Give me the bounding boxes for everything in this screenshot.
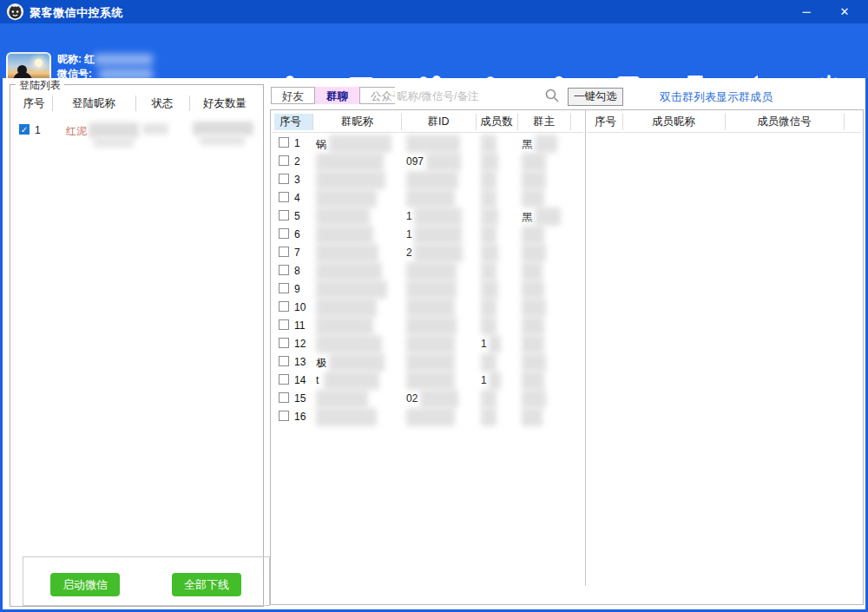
search-icon[interactable]: [545, 89, 559, 102]
redacted-friend-count: [193, 122, 253, 135]
redacted-cell: [316, 299, 377, 317]
search-input[interactable]: [395, 87, 544, 106]
group-row-number: 10: [294, 301, 306, 313]
group-row-checkbox[interactable]: [279, 192, 289, 202]
main-tabs: 好友群聊公众号: [271, 87, 415, 106]
group-table-row[interactable]: 8: [271, 262, 583, 280]
login-row-checkbox[interactable]: ✓: [19, 124, 30, 135]
group-row-checkbox[interactable]: [279, 411, 289, 421]
tab-群聊[interactable]: 群聊: [315, 87, 359, 104]
group-table-row[interactable]: 11: [271, 317, 583, 335]
redacted-cell: [316, 171, 385, 189]
redacted-cell: [316, 262, 382, 280]
visible-fragment: 锅: [316, 137, 326, 152]
redacted-cell: [316, 390, 368, 408]
group-row-number: 4: [294, 192, 300, 204]
group-table-row[interactable]: 15 02: [271, 390, 583, 408]
group-table-row[interactable]: 16: [271, 408, 583, 426]
visible-fragment: 极: [316, 356, 326, 371]
group-table-row[interactable]: 12 1: [271, 335, 583, 353]
redacted-cell: [522, 299, 546, 317]
group-table-row[interactable]: 13 极: [271, 353, 583, 372]
avatar-sun: [35, 59, 43, 67]
group-row-checkbox[interactable]: [279, 392, 289, 403]
redacted-cell: [535, 135, 557, 153]
all-offline-button[interactable]: 全部下线: [172, 573, 241, 596]
redacted-cell: [481, 317, 496, 335]
redacted-cell: [481, 135, 496, 153]
group-row-checkbox[interactable]: [279, 210, 289, 220]
group-row-number: 12: [294, 338, 306, 350]
redacted-cell: [406, 408, 455, 426]
visible-fragment: 097: [406, 155, 424, 168]
group-row-checkbox[interactable]: [279, 265, 289, 275]
group-table-row[interactable]: 6 1: [271, 226, 583, 244]
group-table-row[interactable]: 9: [271, 280, 583, 299]
redacted-cell: [535, 207, 561, 226]
group-row-number: 7: [294, 247, 300, 259]
group-table-row[interactable]: 7 2: [271, 244, 583, 262]
minimize-button[interactable]: ─: [790, 0, 823, 23]
tab-好友[interactable]: 好友: [271, 87, 315, 104]
redacted-cell: [481, 226, 496, 244]
group-row-number: 16: [294, 411, 306, 423]
group-table-row[interactable]: 4: [271, 189, 583, 207]
content-area: 登陆列表 序号登陆昵称状态好友数量 ✓ 1 红泥 启动微信 全部下线 好友群聊公…: [0, 78, 868, 612]
redacted-cell: [522, 280, 544, 299]
redacted-cell: [481, 244, 498, 262]
login-actions-box: 启动微信 全部下线: [23, 556, 270, 606]
redacted-cell: [522, 244, 546, 262]
group-row-checkbox[interactable]: [279, 174, 289, 184]
group-row-checkbox[interactable]: [279, 319, 289, 330]
group-column-header: 成员数: [476, 114, 518, 130]
redacted-cell: [489, 335, 501, 353]
select-all-button[interactable]: 一键勾选: [568, 88, 623, 106]
group-row-checkbox[interactable]: [279, 356, 289, 366]
visible-fragment: 黑: [522, 137, 532, 152]
redacted-cell: [329, 135, 391, 153]
group-table-row[interactable]: 1 锅黑: [271, 135, 583, 153]
group-table-row[interactable]: 14 t1: [271, 372, 583, 390]
redacted-cell: [481, 189, 496, 207]
group-row-number: 1: [294, 137, 300, 149]
group-row-checkbox[interactable]: [279, 301, 289, 312]
member-column-header: 成员昵称: [622, 114, 726, 130]
group-row-checkbox[interactable]: [279, 137, 289, 148]
close-button[interactable]: ✕: [828, 0, 861, 23]
redacted-cell: [324, 372, 379, 390]
login-row-number: 1: [35, 124, 41, 136]
redacted-cell: [406, 372, 455, 390]
redacted-cell: [406, 135, 460, 153]
group-table-row[interactable]: 10: [271, 299, 583, 317]
redacted-cell: [316, 335, 382, 353]
redacted-cell: [406, 262, 457, 280]
redacted-cell: [522, 372, 544, 390]
redacted-cell: [481, 207, 498, 226]
redacted-cell: [481, 153, 498, 171]
group-table-row[interactable]: 3: [271, 171, 583, 189]
show-members-hint-link[interactable]: 双击群列表显示群成员: [660, 89, 773, 105]
group-table-row[interactable]: 5 1黑: [271, 207, 583, 226]
redacted-cell: [420, 390, 458, 408]
redacted-cell: [481, 299, 496, 317]
visible-fragment: 1: [481, 374, 487, 386]
group-row-number: 3: [294, 174, 300, 186]
group-row-checkbox[interactable]: [279, 155, 289, 166]
start-wechat-button[interactable]: 启动微信: [50, 573, 120, 596]
group-row-checkbox[interactable]: [279, 247, 289, 257]
redacted-cell: [522, 226, 544, 244]
group-row-checkbox[interactable]: [279, 228, 289, 239]
redacted-cell: [316, 280, 387, 299]
group-row-checkbox[interactable]: [279, 374, 289, 385]
group-row-checkbox[interactable]: [279, 338, 289, 348]
login-column-header: 序号: [16, 95, 53, 111]
redacted-cell: [316, 153, 384, 171]
login-row[interactable]: ✓ 1 红泥: [10, 122, 263, 140]
group-row-checkbox[interactable]: [279, 283, 289, 293]
group-column-header: 序号: [274, 114, 313, 130]
group-column-header: 群ID: [401, 114, 477, 130]
group-table-row[interactable]: 2 097: [271, 153, 583, 171]
redacted-cell: [406, 189, 455, 207]
redacted-cell: [522, 171, 546, 189]
redacted-cell: [489, 372, 501, 390]
